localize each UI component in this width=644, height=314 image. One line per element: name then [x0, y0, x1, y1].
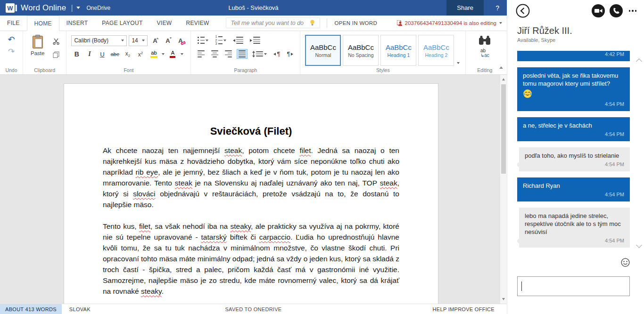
chat-scroll-up-icon[interactable] [636, 58, 642, 64]
ltr-paragraph-button[interactable]: ¶ [272, 49, 282, 58]
align-right-button[interactable] [223, 49, 234, 59]
misspelled-word: steak [380, 179, 397, 187]
tab-insert[interactable]: INSERT [59, 16, 95, 31]
superscript-button[interactable]: x2 [135, 49, 146, 60]
increase-indent-button[interactable] [248, 35, 262, 45]
open-in-word-button[interactable]: OPEN IN WORD [327, 18, 378, 28]
paste-button[interactable]: Paste [28, 35, 47, 66]
align-left-icon [198, 50, 205, 57]
chevron-down-icon[interactable] [162, 53, 165, 55]
chat-scroll-down-icon[interactable] [636, 242, 642, 248]
coauthor-indicator[interactable]: 2037664347491330494 is also editing [397, 16, 507, 31]
redo-button[interactable]: ↷ [8, 47, 15, 56]
message-input[interactable] [517, 276, 630, 296]
highlight-button[interactable]: ab [148, 49, 160, 60]
justify-button[interactable] [237, 49, 248, 59]
copy-button[interactable] [51, 50, 61, 59]
rtl-paragraph-button[interactable]: ¶ [285, 49, 295, 58]
style-normal[interactable]: AaBbCc Normal [305, 35, 341, 66]
style-no-spacing[interactable]: AaBbCc No Spacing [343, 35, 379, 66]
undo-button[interactable]: ↶ [7, 35, 15, 44]
font-size-dropdown[interactable]: 14 [129, 35, 148, 46]
title-bar: W Word Online | OneDrive Luboš - Sviečko… [0, 0, 507, 16]
decrease-indent-button[interactable] [231, 35, 245, 45]
tab-view[interactable]: VIEW [150, 16, 179, 31]
highlight-color-swatch [150, 56, 157, 58]
help-improve-link[interactable]: HELP IMPROVE OFFICE [433, 306, 507, 312]
style-heading-1[interactable]: AaBbCc Heading 1 [380, 35, 416, 66]
ribbon-group-editing: ab ↳ac Editing [465, 31, 504, 74]
more-styles-button[interactable] [456, 35, 461, 66]
justify-icon [239, 50, 246, 57]
ribbon-group-paragraph: 1 2 3 [190, 31, 300, 74]
scroll-up-arrow[interactable] [500, 76, 507, 83]
share-button[interactable]: Share [446, 0, 484, 16]
tab-home[interactable]: HOME [27, 16, 59, 31]
replace-button[interactable]: ab ↳ac [480, 48, 489, 58]
bold-button[interactable]: B [71, 49, 82, 60]
grow-font-button[interactable]: A [149, 35, 160, 46]
ribbon-group-styles: AaBbCc Normal AaBbCc No Spacing AaBbCc H… [300, 31, 465, 74]
tab-page-layout[interactable]: PAGE LAYOUT [95, 16, 149, 31]
find-button[interactable] [478, 35, 491, 46]
document-scrollbar[interactable] [500, 75, 507, 304]
word-logo-icon[interactable]: W [6, 3, 17, 13]
language-indicator[interactable]: SLOVAK [62, 306, 98, 312]
chevron-down-icon[interactable] [76, 7, 80, 9]
message-text: posledni věta, jak se řika takovemu tomu… [523, 72, 624, 88]
group-label-clipboard: Clipboard [23, 67, 66, 73]
message-timestamp: 4:54 PM [523, 100, 624, 108]
style-heading-2[interactable]: AaBbCc Heading 2 [418, 35, 454, 66]
message-text: podľa toho, ako myslíš to strielanie [525, 152, 624, 160]
cut-button[interactable] [51, 37, 61, 46]
line-spacing-button[interactable] [250, 49, 269, 59]
chevron-down-icon[interactable] [181, 53, 183, 55]
word-count-badge[interactable]: ABOUT 413 WORDS [0, 304, 62, 314]
align-center-button[interactable] [209, 49, 220, 59]
subscript-button[interactable]: x2 [122, 49, 133, 60]
emoticon-picker-button[interactable] [621, 258, 630, 269]
bullets-button[interactable] [196, 35, 210, 45]
scrollbar-thumb[interactable] [501, 84, 506, 174]
align-center-icon [211, 50, 218, 57]
back-button[interactable] [516, 4, 530, 20]
document-body[interactable]: Ak chcete naozaj ten najjemnejší steak, … [103, 145, 399, 297]
scroll-down-arrow[interactable] [500, 296, 507, 303]
video-call-button[interactable] [591, 4, 605, 18]
voice-call-button[interactable] [609, 4, 623, 18]
font-name-dropdown[interactable]: Calibri (Body) [71, 35, 127, 46]
ribbon-group-clipboard: Paste [23, 31, 66, 74]
font-color-button[interactable]: A [166, 49, 179, 60]
underline-button[interactable]: U [97, 49, 107, 60]
tell-me-input[interactable]: Tell me what you want to do [226, 17, 320, 28]
numbering-button[interactable]: 1 2 3 [213, 34, 228, 46]
message-text: Richard Ryan [523, 182, 624, 190]
misspelled-word: filet [299, 146, 311, 154]
more-options-button[interactable] [629, 10, 637, 12]
message-timestamp: 4:54 PM [525, 161, 624, 169]
chevron-down-icon [121, 40, 124, 41]
chat-message-received: podľa toho, ako myslíš to strielanie4:54… [519, 147, 630, 171]
replace-arrow-icon: ↳ac [480, 53, 489, 58]
align-left-button[interactable] [196, 49, 206, 59]
document-page[interactable]: Sviečková (Filet) Ak chcete naozaj ten n… [64, 83, 438, 304]
tab-file[interactable]: FILE [0, 16, 27, 31]
numbered-list-icon: 1 2 3 [215, 36, 223, 44]
chat-message-sent: 4:42 PM [517, 51, 630, 61]
collapse-ribbon-button[interactable] [499, 62, 503, 71]
arrow-right-icon [291, 53, 293, 56]
status-bar: ABOUT 413 WORDS SLOVAK SAVED TO ONEDRIVE… [0, 304, 507, 314]
clear-formatting-button[interactable]: A [175, 35, 186, 46]
help-button[interactable]: ? [495, 0, 499, 16]
align-right-icon [225, 50, 232, 57]
message-list[interactable]: 4:42 PMposledni věta, jak se řika takove… [517, 51, 630, 261]
strikethrough-button[interactable]: abe [109, 49, 120, 60]
coauthor-text: 2037664347491330494 is also editing [405, 20, 496, 26]
shrink-font-button[interactable]: A [162, 35, 173, 46]
italic-button[interactable]: I [84, 49, 95, 60]
onedrive-breadcrumb[interactable]: OneDrive [87, 5, 111, 11]
ribbon-tab-row: FILE HOME INSERT PAGE LAYOUT VIEW REVIEW… [0, 16, 507, 31]
tab-review[interactable]: REVIEW [179, 16, 216, 31]
document-paragraph: Ak chcete naozaj ten najjemnejší steak, … [103, 145, 399, 210]
contact-name[interactable]: Jiří Růžek III. [517, 25, 644, 36]
